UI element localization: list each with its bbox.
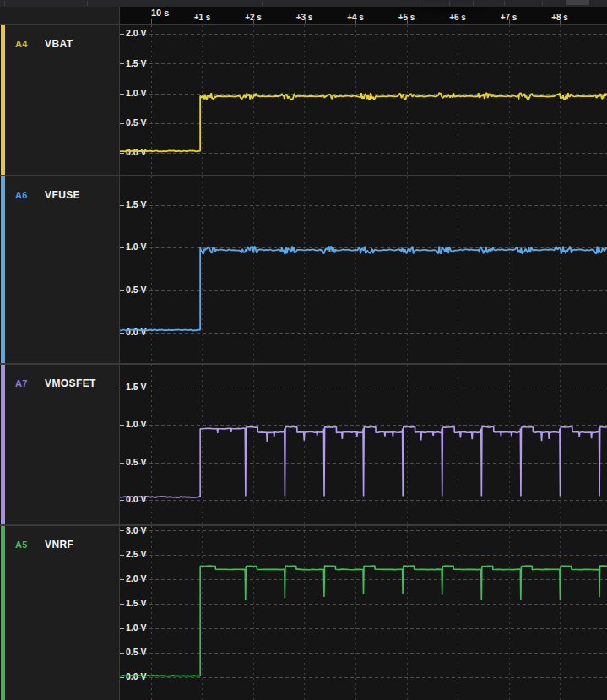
voltage-tick-label: 2.5 V [126,550,147,560]
channel-color-handle[interactable] [0,176,5,363]
trace-vmosfet [120,426,607,497]
channel-plot-vnrf[interactable]: 3.0 V2.5 V2.0 V1.5 V1.0 V0.5 V0.0 V [120,526,607,700]
logic-analyzer-window: 10 s+1 s+2 s+3 s+4 s+5 s+6 s+7 s+8 s A4 … [0,0,607,700]
voltage-tick-label: 0.0 V [126,328,147,338]
waveform-canvas-vmosfet[interactable]: 1.5 V1.0 V0.5 V0.0 V [120,365,607,524]
toolbar-edge [0,0,607,7]
time-axis-tick-mark [458,19,458,24]
toolbar-divider [473,1,474,6]
toolbar-divider [449,1,450,6]
time-axis-track[interactable]: 10 s+1 s+2 s+3 s+4 s+5 s+6 s+7 s+8 s [120,7,607,24]
waveform-canvas-vbat[interactable]: 2.0 V1.5 V1.0 V0.5 V0.0 V [120,25,607,175]
voltage-tick-label: 0.5 V [126,457,147,467]
voltage-tick-label: 1.0 V [126,88,147,98]
channel-row-vbat[interactable]: A4 VBAT 2.0 V1.5 V1.0 V0.5 V0.0 V [0,24,607,175]
voltage-tick-label: 3.0 V [126,526,147,534]
waveform-canvas-vnrf[interactable]: 3.0 V2.5 V2.0 V1.5 V1.0 V0.5 V0.0 V [120,526,607,700]
grid-layer [120,526,607,700]
voltage-tick-label: 0.0 V [126,148,147,158]
channel-label-cell-vmosfet[interactable]: A7 VMOSFET [0,365,120,524]
voltage-tick-label: 0.5 V [126,648,147,658]
time-axis-tick-mark [407,19,408,24]
channel-id: A5 [15,540,28,550]
voltage-tick-label: 0.0 V [126,495,147,505]
time-axis-tick-mark [509,19,510,24]
time-axis[interactable]: 10 s+1 s+2 s+3 s+4 s+5 s+6 s+7 s+8 s [120,7,607,24]
channel-name: VBAT [45,38,73,50]
channel-plot-vbat[interactable]: 2.0 V1.5 V1.0 V0.5 V0.0 V [120,25,607,175]
trace-vnrf [120,566,607,676]
channel-color-handle[interactable] [0,526,5,700]
voltage-tick-label: 0.5 V [126,285,147,295]
voltage-tick-label: 0.5 V [126,117,147,128]
toolbar-segment [566,0,589,5]
toolbar-divider [4,1,5,6]
toolbar-divider [425,1,425,6]
channel-id: A4 [15,39,28,49]
channel-color-handle[interactable] [0,25,5,175]
voltage-tick-label: 1.0 V [126,420,147,430]
time-axis-row: 10 s+1 s+2 s+3 s+4 s+5 s+6 s+7 s+8 s [0,7,607,24]
channel-row-vnrf[interactable]: A5 VNRF 3.0 V2.5 V2.0 V1.5 V1.0 V0.5 V0.… [0,524,607,700]
time-axis-tick-mark [305,19,306,24]
voltage-tick-label: 1.0 V [126,242,147,252]
time-axis-tick-mark [560,19,561,24]
trace-vbat [120,93,606,151]
axis-corner-cell [0,7,120,24]
voltage-tick-label: 1.5 V [126,382,147,392]
voltage-tick-label: 1.5 V [126,599,147,609]
time-axis-anchor-label: 10 s [151,8,169,18]
channel-row-vmosfet[interactable]: A7 VMOSFET 1.5 V1.0 V0.5 V0.0 V [0,363,607,524]
channel-plot-vfuse[interactable]: 1.5 V1.0 V0.5 V0.0 V [120,176,607,363]
waveform-canvas-vfuse[interactable]: 1.5 V1.0 V0.5 V0.0 V [120,176,607,363]
channel-color-handle[interactable] [0,365,5,524]
time-axis-tick-mark [151,19,152,24]
channel-label-cell-vnrf[interactable]: A5 VNRF [0,526,120,700]
voltage-tick-label: 1.5 V [126,58,147,68]
grid-layer [120,25,607,175]
voltage-tick-label: 1.5 V [126,199,147,209]
time-axis-tick-mark [355,19,356,24]
toolbar-divider [262,1,263,6]
channel-id: A6 [15,190,28,200]
channel-name: VMOSFET [45,377,96,389]
voltage-tick-label: 2.0 V [126,574,147,584]
voltage-tick-label: 1.0 V [126,623,147,633]
channel-row-vfuse[interactable]: A6 VFUSE 1.5 V1.0 V0.5 V0.0 V [0,175,607,363]
toolbar-divider [87,1,88,6]
channel-name: VNRF [45,539,73,551]
channel-label-cell-vfuse[interactable]: A6 VFUSE [0,176,120,363]
channel-name: VFUSE [45,189,80,201]
time-axis-tick-mark [253,19,254,24]
trace-vfuse [120,247,606,331]
toolbar-divider [127,1,127,6]
time-axis-tick-mark [203,19,203,24]
toolbar-divider [542,1,543,6]
voltage-tick-label: 2.0 V [126,29,147,39]
channel-id: A7 [15,378,28,388]
toolbar-divider [504,1,505,6]
grid-layer [120,176,607,363]
channel-plot-vmosfet[interactable]: 1.5 V1.0 V0.5 V0.0 V [120,365,607,524]
channel-label-cell-vbat[interactable]: A4 VBAT [0,25,120,175]
